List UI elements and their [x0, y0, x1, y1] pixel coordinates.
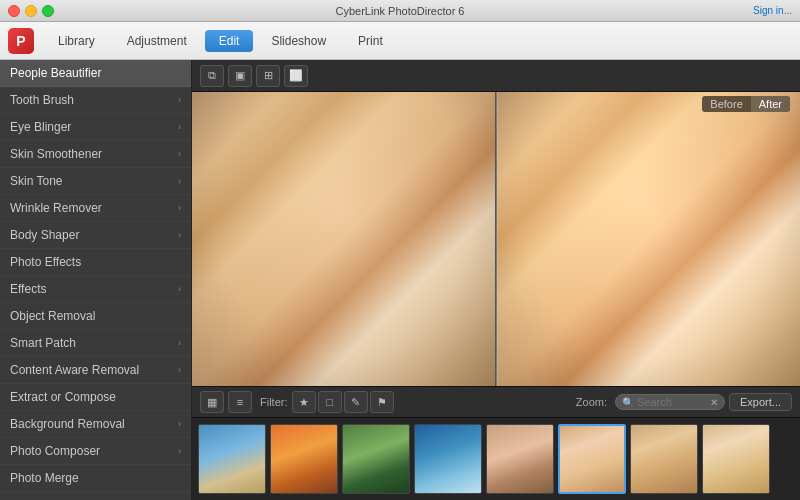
titlebar: CyberLink PhotoDirector 6 Sign in...	[0, 0, 800, 22]
chevron-right-icon: ›	[178, 230, 181, 240]
edit-tab[interactable]: Edit	[205, 30, 254, 52]
sidebar-item-skin-tone[interactable]: Skin Tone›	[0, 168, 191, 195]
close-button[interactable]	[8, 5, 20, 17]
before-after-toggle: Before After	[702, 96, 790, 112]
thumb-image	[487, 425, 553, 493]
sidebar-item-label: Content Aware Removal	[10, 363, 139, 377]
chevron-right-icon: ›	[178, 149, 181, 159]
filter-color-btn[interactable]: ✎	[344, 391, 368, 413]
compare-view-btn[interactable]: ⬜	[284, 65, 308, 87]
sidebar-item-eye-blinger[interactable]: Eye Blinger›	[0, 114, 191, 141]
after-photo	[497, 92, 800, 386]
sidebar-item-label: Effects	[10, 282, 46, 296]
filmstrip-thumb-2[interactable]	[270, 424, 338, 494]
search-clear-icon[interactable]: ✕	[710, 397, 718, 408]
before-photo	[192, 92, 495, 386]
sidebar-item-label: Skin Smoothener	[10, 147, 102, 161]
list-view-btn[interactable]: ≡	[228, 391, 252, 413]
thumb-image	[560, 426, 624, 492]
chevron-right-icon: ›	[178, 419, 181, 429]
filter-all-btn[interactable]: ★	[292, 391, 316, 413]
sidebar-item-label: Eye Blinger	[10, 120, 71, 134]
sidebar-item-tooth-brush[interactable]: Tooth Brush›	[0, 87, 191, 114]
sidebar-item-label: Photo Effects	[10, 255, 81, 269]
single-view-btn[interactable]: ▣	[228, 65, 252, 87]
chevron-right-icon: ›	[178, 365, 181, 375]
minimize-button[interactable]	[25, 5, 37, 17]
maximize-button[interactable]	[42, 5, 54, 17]
thumb-image	[271, 425, 337, 493]
window-controls	[8, 5, 54, 17]
app-title: CyberLink PhotoDirector 6	[335, 5, 464, 17]
sidebar-item-label: Photo Composer	[10, 444, 100, 458]
thumbs-view-btn[interactable]: ▦	[200, 391, 224, 413]
split-divider	[496, 92, 498, 386]
filmstrip-thumb-6[interactable]	[558, 424, 626, 494]
grid-view-btn[interactable]: ⊞	[256, 65, 280, 87]
sidebar-item-wrinkle-remover[interactable]: Wrinkle Remover›	[0, 195, 191, 222]
sign-in-link[interactable]: Sign in...	[753, 5, 792, 16]
sidebar-item-label: People Beautifier	[10, 66, 101, 80]
sidebar-item-photo-composer[interactable]: Photo Composer›	[0, 438, 191, 465]
thumb-image	[631, 425, 697, 493]
export-button[interactable]: Export...	[729, 393, 792, 411]
sidebar-item-smart-patch[interactable]: Smart Patch›	[0, 330, 191, 357]
filter-rated-btn[interactable]: □	[318, 391, 342, 413]
adjustment-tab[interactable]: Adjustment	[113, 30, 201, 52]
top-toolbar: P Library Adjustment Edit Slideshow Prin…	[0, 22, 800, 60]
after-label[interactable]: After	[751, 96, 790, 112]
after-image	[497, 92, 800, 386]
chevron-right-icon: ›	[178, 176, 181, 186]
thumb-image	[703, 425, 769, 493]
app-logo: P	[8, 28, 34, 54]
sidebar-item-label: Background Removal	[10, 417, 125, 431]
view-toolbar: ⧉ ▣ ⊞ ⬜	[192, 60, 800, 92]
search-box[interactable]: 🔍 ✕	[615, 394, 725, 410]
sidebar-item-body-shaper[interactable]: Body Shaper›	[0, 222, 191, 249]
slideshow-tab[interactable]: Slideshow	[257, 30, 340, 52]
chevron-right-icon: ›	[178, 95, 181, 105]
thumb-image	[415, 425, 481, 493]
sidebar-item-label: Skin Tone	[10, 174, 62, 188]
filmstrip-thumb-3[interactable]	[342, 424, 410, 494]
sidebar-item-label: Photo Merge	[10, 471, 79, 485]
sidebar-item-people-beautifier[interactable]: People Beautifier	[0, 60, 191, 87]
sidebar-item-extract-or-compose[interactable]: Extract or Compose	[0, 384, 191, 411]
library-tab[interactable]: Library	[44, 30, 109, 52]
filter-label: Filter:	[260, 396, 288, 408]
sidebar-item-photo-merge[interactable]: Photo Merge	[0, 465, 191, 492]
thumb-image	[199, 425, 265, 493]
zoom-label: Zoom:	[576, 396, 607, 408]
before-label[interactable]: Before	[702, 96, 750, 112]
sidebar-item-effects[interactable]: Effects›	[0, 276, 191, 303]
chevron-right-icon: ›	[178, 284, 181, 294]
sidebar-item-label: Extract or Compose	[10, 390, 116, 404]
sidebar-item-object-removal[interactable]: Object Removal	[0, 303, 191, 330]
sidebar-item-background-removal[interactable]: Background Removal›	[0, 411, 191, 438]
filter-buttons: ★ □ ✎ ⚑	[292, 391, 394, 413]
chevron-right-icon: ›	[178, 203, 181, 213]
filter-flag-btn[interactable]: ⚑	[370, 391, 394, 413]
filmstrip-thumb-7[interactable]	[630, 424, 698, 494]
filmstrip-thumb-8[interactable]	[702, 424, 770, 494]
sidebar-item-content-aware-removal[interactable]: Content Aware Removal›	[0, 357, 191, 384]
print-tab[interactable]: Print	[344, 30, 397, 52]
image-viewer: Before After	[192, 92, 800, 386]
sidebar-item-photo-effects[interactable]: Photo Effects	[0, 249, 191, 276]
split-view-btn[interactable]: ⧉	[200, 65, 224, 87]
sidebar-item-label: Body Shaper	[10, 228, 79, 242]
sidebar-item-label: Object Removal	[10, 309, 95, 323]
before-image	[192, 92, 497, 386]
search-input[interactable]	[637, 396, 707, 408]
sidebar-item-label: Tooth Brush	[10, 93, 74, 107]
main-area: People BeautifierTooth Brush›Eye Blinger…	[0, 60, 800, 500]
sidebar-item-skin-smoothener[interactable]: Skin Smoothener›	[0, 141, 191, 168]
sidebar-item-label: Wrinkle Remover	[10, 201, 102, 215]
filmstrip	[192, 418, 800, 500]
sidebar-item-bracket-hdr[interactable]: Bracket HDR	[0, 492, 191, 500]
filmstrip-thumb-1[interactable]	[198, 424, 266, 494]
filmstrip-thumb-4[interactable]	[414, 424, 482, 494]
sidebar-item-label: Smart Patch	[10, 336, 76, 350]
content-area: ⧉ ▣ ⊞ ⬜ Before After ▦ ≡ Filter: ★	[192, 60, 800, 500]
filmstrip-thumb-5[interactable]	[486, 424, 554, 494]
